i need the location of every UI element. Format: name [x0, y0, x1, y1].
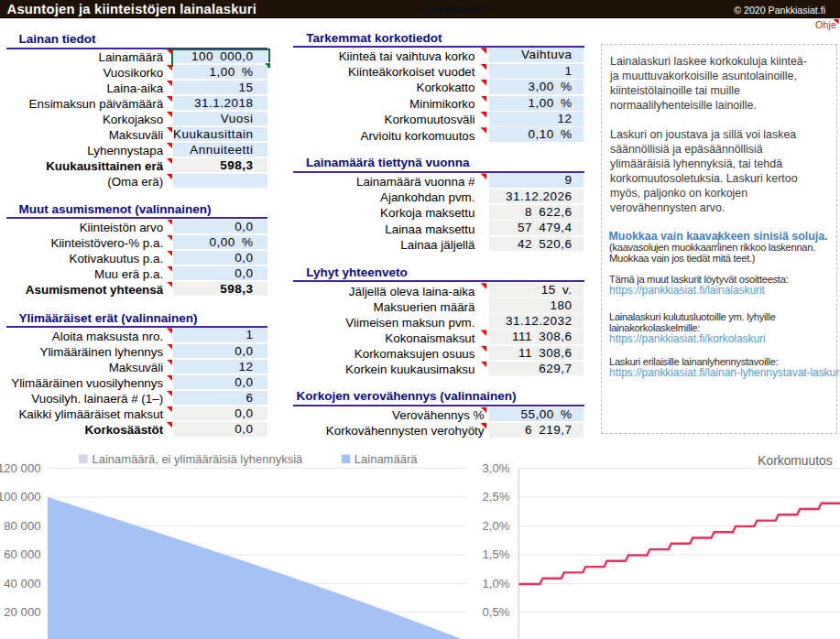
svg-text:Lainamäärä, ei ylimääräisiä ly: Lainamäärä, ei ylimääräisiä lyhennyksiä	[93, 452, 304, 466]
svg-text:120 000: 120 000	[0, 461, 41, 475]
svg-text:1,5%: 1,5%	[483, 547, 510, 561]
svg-text:3,0%: 3,0%	[483, 461, 510, 475]
svg-text:2,5%: 2,5%	[483, 490, 510, 504]
svg-text:Korkomuutos: Korkomuutos	[758, 454, 832, 468]
svg-text:1,0%: 1,0%	[483, 577, 510, 590]
svg-text:100 000: 100 000	[0, 490, 41, 504]
svg-text:0,5%: 0,5%	[483, 605, 510, 619]
svg-text:40 000: 40 000	[4, 577, 40, 590]
svg-text:80 000: 80 000	[4, 519, 40, 533]
svg-text:2,0%: 2,0%	[483, 519, 510, 533]
svg-text:Lainamäärä: Lainamäärä	[355, 452, 418, 466]
svg-text:60 000: 60 000	[4, 547, 40, 561]
svg-text:20 000: 20 000	[4, 605, 40, 619]
